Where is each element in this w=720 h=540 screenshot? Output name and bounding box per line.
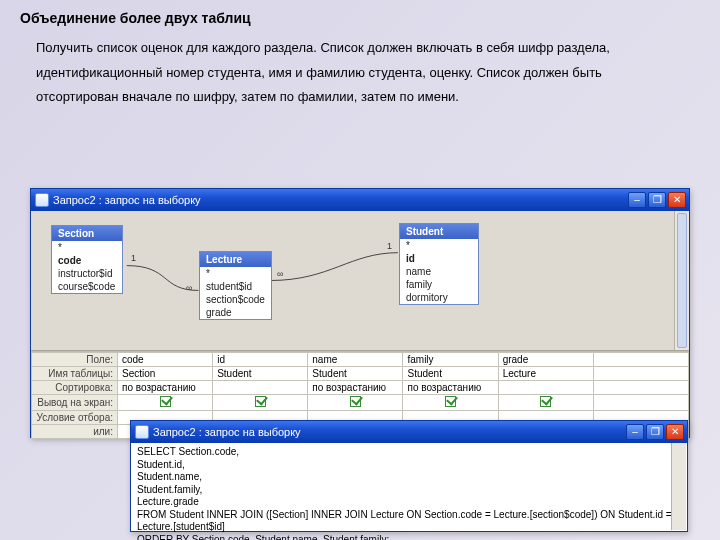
table-card-title: Lecture (200, 252, 271, 267)
qbe-cell[interactable]: grade (498, 353, 593, 367)
join-cardinality-many: ∞ (186, 283, 192, 293)
app-icon (35, 193, 49, 207)
close-button[interactable]: ✕ (666, 424, 684, 440)
field-item[interactable]: family (400, 278, 478, 291)
sql-line: FROM Student INNER JOIN ([Section] INNER… (137, 509, 681, 534)
table-card-section[interactable]: Section * code instructor$id course$code (51, 225, 123, 294)
page-title: Объединение более двух таблиц (0, 0, 720, 32)
table-card-student[interactable]: Student * id name family dormitory (399, 223, 479, 305)
qbe-row-sort: Сортировка: по возрастанию по возрастани… (32, 381, 689, 395)
field-item[interactable]: grade (200, 306, 271, 319)
field-item[interactable]: student$id (200, 280, 271, 293)
sql-text-area[interactable]: SELECT Section.code, Student.id, Student… (131, 443, 687, 531)
qbe-row-header: Вывод на экран: (32, 395, 118, 411)
qbe-row-header: Условие отбора: (32, 411, 118, 425)
minimize-button[interactable]: – (626, 424, 644, 440)
field-item[interactable]: instructor$id (52, 267, 122, 280)
qbe-cell[interactable]: Lecture (498, 367, 593, 381)
field-item[interactable]: course$code (52, 280, 122, 293)
show-checkbox[interactable] (445, 396, 456, 407)
qbe-cell[interactable] (593, 353, 688, 367)
qbe-cell[interactable] (308, 395, 403, 411)
show-checkbox[interactable] (540, 396, 551, 407)
qbe-row-header: или: (32, 425, 118, 439)
query-design-window: Запрос2 : запрос на выборку – ❐ ✕ 1 ∞ ∞ … (30, 188, 690, 438)
qbe-row-show: Вывод на экран: (32, 395, 689, 411)
task-description: Получить список оценок для каждого разде… (0, 32, 720, 116)
qbe-cell[interactable]: по возрастанию (308, 381, 403, 395)
sql-line: Student.family, (137, 484, 681, 497)
qbe-row-field: Поле: code id name family grade (32, 353, 689, 367)
qbe-cell[interactable] (593, 381, 688, 395)
minimize-button[interactable]: – (628, 192, 646, 208)
qbe-cell[interactable] (213, 395, 308, 411)
query-sql-window: Запрос2 : запрос на выборку – ❐ ✕ SELECT… (130, 420, 688, 532)
qbe-cell[interactable] (118, 395, 213, 411)
field-item[interactable]: * (400, 239, 478, 252)
close-button[interactable]: ✕ (668, 192, 686, 208)
field-item[interactable]: name (400, 265, 478, 278)
qbe-cell[interactable] (403, 395, 498, 411)
qbe-cell[interactable] (498, 395, 593, 411)
sql-line: Student.name, (137, 471, 681, 484)
field-item[interactable]: dormitory (400, 291, 478, 304)
table-card-lecture[interactable]: Lecture * student$id section$code grade (199, 251, 272, 320)
titlebar[interactable]: Запрос2 : запрос на выборку – ❐ ✕ (31, 189, 689, 211)
join-cardinality-many: ∞ (277, 269, 283, 279)
qbe-cell[interactable]: code (118, 353, 213, 367)
qbe-cell[interactable]: Student (308, 367, 403, 381)
show-checkbox[interactable] (160, 396, 171, 407)
qbe-cell[interactable]: Student (213, 367, 308, 381)
sql-line: Lecture.grade (137, 496, 681, 509)
relationship-pane[interactable]: 1 ∞ ∞ 1 Section * code instructor$id cou… (31, 211, 689, 351)
qbe-cell[interactable]: по возрастанию (118, 381, 213, 395)
field-item[interactable]: code (52, 254, 122, 267)
show-checkbox[interactable] (255, 396, 266, 407)
qbe-cell[interactable]: по возрастанию (403, 381, 498, 395)
qbe-cell[interactable] (213, 381, 308, 395)
field-item[interactable]: id (400, 252, 478, 265)
table-card-title: Student (400, 224, 478, 239)
join-cardinality-one: 1 (131, 253, 136, 263)
qbe-cell[interactable] (593, 395, 688, 411)
qbe-cell[interactable]: Student (403, 367, 498, 381)
qbe-cell[interactable] (498, 381, 593, 395)
sql-line: ORDER BY Section.code, Student.name, Stu… (137, 534, 681, 541)
table-card-title: Section (52, 226, 122, 241)
vertical-scrollbar[interactable] (671, 443, 686, 530)
join-cardinality-one: 1 (387, 241, 392, 251)
vertical-scrollbar[interactable] (674, 211, 689, 350)
app-icon (135, 425, 149, 439)
qbe-row-header: Имя таблицы: (32, 367, 118, 381)
maximize-button[interactable]: ❐ (648, 192, 666, 208)
titlebar[interactable]: Запрос2 : запрос на выборку – ❐ ✕ (131, 421, 687, 443)
window-title: Запрос2 : запрос на выборку (153, 426, 626, 438)
qbe-cell[interactable]: id (213, 353, 308, 367)
qbe-cell[interactable]: family (403, 353, 498, 367)
field-item[interactable]: * (52, 241, 122, 254)
sql-line: SELECT Section.code, (137, 446, 681, 459)
window-title: Запрос2 : запрос на выборку (53, 194, 628, 206)
field-item[interactable]: * (200, 267, 271, 280)
show-checkbox[interactable] (350, 396, 361, 407)
sql-line: Student.id, (137, 459, 681, 472)
qbe-cell[interactable]: Section (118, 367, 213, 381)
qbe-cell[interactable]: name (308, 353, 403, 367)
qbe-row-table: Имя таблицы: Section Student Student Stu… (32, 367, 689, 381)
field-item[interactable]: section$code (200, 293, 271, 306)
qbe-row-header: Поле: (32, 353, 118, 367)
qbe-cell[interactable] (593, 367, 688, 381)
qbe-row-header: Сортировка: (32, 381, 118, 395)
maximize-button[interactable]: ❐ (646, 424, 664, 440)
